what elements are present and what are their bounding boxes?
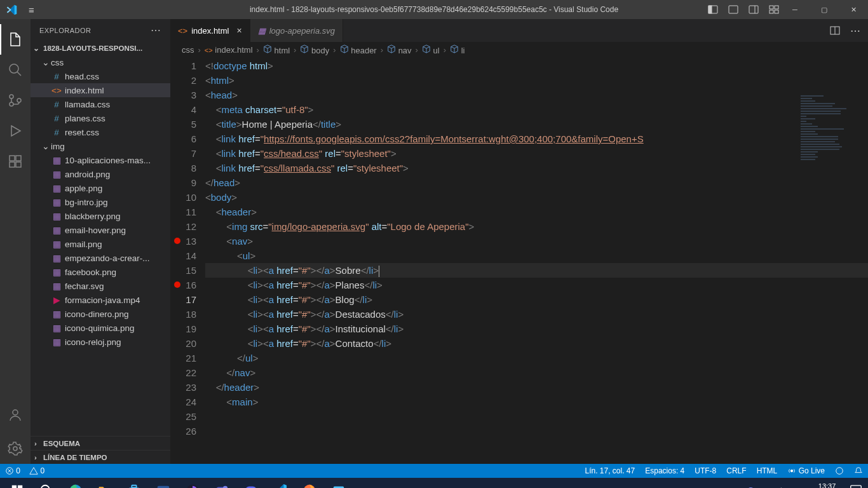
svg-point-11 [10,95,13,98]
breadcrumb-item[interactable]: ul [422,44,440,55]
file-item[interactable]: ▦android.png [31,167,170,181]
file-item[interactable]: ▦facebook.png [31,265,170,279]
breadcrumb-item[interactable]: header [340,44,377,55]
layout-grid-icon[interactable] [769,4,779,15]
taskbar-word-icon[interactable]: W [149,478,178,488]
svg-point-26 [791,470,794,473]
svg-rect-17 [10,162,15,167]
run-debug-icon[interactable] [0,116,31,146]
taskbar-app-icon[interactable] [324,478,353,488]
svg-rect-5 [770,6,773,9]
status-bar: 0 0 Lín. 17, col. 47 Espacios: 4 UTF-8 C… [0,464,868,478]
extensions-icon[interactable] [0,146,31,177]
toggle-panel-left-icon[interactable] [708,4,718,15]
status-cursor[interactable]: Lín. 17, col. 47 [585,466,635,475]
root-folder[interactable]: ⌄1828-LAYOUTS-RESPONSI... [31,41,170,55]
svg-marker-14 [11,126,20,136]
taskbar-edge-icon[interactable] [61,478,90,488]
taskbar-search-icon[interactable] [32,478,61,488]
status-bell-icon[interactable] [854,466,863,476]
status-spaces[interactable]: Espacios: 4 [645,466,684,475]
close-button[interactable]: ✕ [839,0,868,19]
taskbar-copilot-icon[interactable] [178,478,207,488]
folder-css[interactable]: ⌄css [31,55,170,69]
cloud-tray-icon[interactable] [731,486,741,489]
volume-tray-icon[interactable] [775,486,785,489]
taskbar-firefox-icon[interactable] [295,478,324,488]
taskbar-chevron-icon[interactable]: ︿ [703,485,710,489]
settings-gear-icon[interactable] [0,433,31,464]
status-warnings[interactable]: 0 [29,466,44,476]
breadcrumb-item[interactable]: body [300,44,329,55]
file-item[interactable]: ▦10-aplicaciones-mas... [31,153,170,167]
svg-rect-3 [749,6,758,13]
breadcrumb-item[interactable]: css [182,45,194,55]
status-feedback-icon[interactable] [835,466,844,476]
toggle-panel-bottom-icon[interactable] [728,4,738,15]
file-item[interactable]: ▦empezando-a-crear-... [31,251,170,265]
taskbar-discord-icon[interactable] [236,478,266,488]
file-item[interactable]: ▦email-hover.png [31,223,170,237]
svg-point-9 [10,64,18,73]
file-item[interactable]: <>index.html [31,83,170,97]
status-golive[interactable]: Go Live [787,466,825,476]
file-item[interactable]: ▶formacion-java.mp4 [31,293,170,307]
search-tab-icon[interactable] [0,55,31,85]
taskbar-vscode-icon[interactable] [266,478,295,488]
taskbar-store-icon[interactable] [119,478,149,488]
taskbar-file-explorer-icon[interactable] [90,478,119,488]
svg-point-12 [10,102,13,106]
accounts-icon[interactable] [0,400,31,430]
editor-tab[interactable]: ▦ logo-apeperia.svg [250,19,343,42]
breadcrumb-item[interactable]: li [450,44,465,55]
taskbar-notifications-icon[interactable]: 14 [849,483,863,488]
start-button[interactable] [3,478,32,488]
file-item[interactable]: #llamada.css [31,97,170,111]
file-item[interactable]: ▦email.png [31,237,170,251]
sidebar-section[interactable]: › ESQUEMA [31,436,170,450]
wifi-tray-icon[interactable] [761,486,770,489]
onedrive-tray-icon[interactable] [717,486,726,489]
maximize-button[interactable]: ▢ [810,0,839,19]
tab-more-icon[interactable]: ⋯ [850,25,860,37]
toggle-panel-right-icon[interactable] [749,4,759,15]
split-editor-icon[interactable] [830,25,840,36]
sidebar-section[interactable]: › LÍNEA DE TIEMPO [31,450,170,464]
file-item[interactable]: ▦icono-quimica.png [31,321,170,335]
file-item[interactable]: ▦icono-reloj.png [31,335,170,349]
breadcrumbs[interactable]: css › <> index.html › html › body › head… [170,42,868,57]
teams-tray-icon[interactable] [746,486,756,489]
file-item[interactable]: #head.css [31,69,170,83]
svg-rect-1 [709,6,712,13]
file-item[interactable]: ▦blackberry.png [31,209,170,223]
sidebar-more-icon[interactable]: ⋯ [151,24,161,36]
status-errors[interactable]: 0 [5,466,20,476]
status-eol[interactable]: CRLF [726,466,746,475]
app-menu-icon[interactable]: ≡ [29,4,33,15]
breadcrumb-item[interactable]: <> index.html [205,45,253,55]
code-editor[interactable]: <!doctype html><html><head> <meta charse… [205,57,868,464]
file-item[interactable]: ▦apple.png [31,181,170,195]
svg-rect-16 [16,156,21,161]
minimize-button[interactable]: ─ [780,0,810,19]
file-item[interactable]: ▦icono-dinero.png [31,307,170,321]
file-item[interactable]: #planes.css [31,111,170,125]
file-item[interactable]: ▦fechar.svg [31,279,170,293]
close-tab-icon[interactable]: × [236,25,241,36]
minimap[interactable] [801,95,858,172]
status-language[interactable]: HTML [757,466,778,475]
file-item[interactable]: ▦bg-intro.jpg [31,195,170,209]
status-encoding[interactable]: UTF-8 [695,466,716,475]
editor-tabs: <> index.html×▦ logo-apeperia.svg ⋯ [170,19,868,42]
windows-taskbar: W T ︿ ESP 13:3715/2/2023 14 [0,478,868,488]
svg-rect-15 [10,156,15,161]
breadcrumb-item[interactable]: html [263,44,290,55]
taskbar-teams-icon[interactable]: T [207,478,236,488]
source-control-icon[interactable] [0,85,31,116]
folder-img[interactable]: ⌄img [31,139,170,153]
editor-tab[interactable]: <> index.html× [170,19,250,42]
taskbar-clock[interactable]: 13:3715/2/2023 [811,482,843,488]
file-item[interactable]: #reset.css [31,125,170,139]
explorer-tab-icon[interactable] [0,24,31,55]
breadcrumb-item[interactable]: nav [387,44,412,55]
